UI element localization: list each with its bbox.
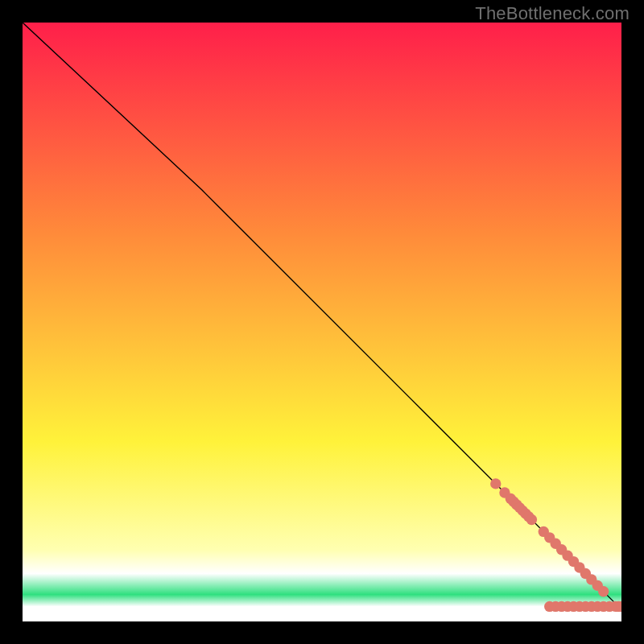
data-point — [490, 478, 501, 489]
gradient-background — [23, 23, 621, 621]
data-point — [598, 586, 609, 597]
watermark-text: TheBottleneck.com — [475, 3, 630, 24]
data-point — [526, 514, 537, 525]
plot-area — [23, 23, 621, 621]
chart-svg — [23, 23, 621, 621]
chart-frame: TheBottleneck.com — [0, 0, 644, 644]
